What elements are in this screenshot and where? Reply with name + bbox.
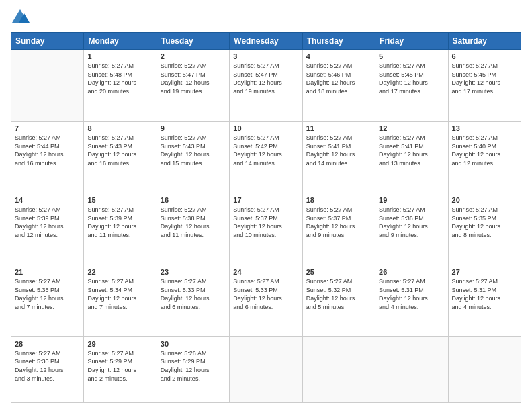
day-info: Sunrise: 5:27 AM Sunset: 5:40 PM Dayligh…	[452, 134, 517, 167]
day-info: Sunrise: 5:27 AM Sunset: 5:38 PM Dayligh…	[161, 205, 226, 239]
day-cell-13: 13Sunrise: 5:27 AM Sunset: 5:40 PM Dayli…	[448, 121, 521, 193]
day-info: Sunrise: 5:27 AM Sunset: 5:35 PM Dayligh…	[15, 277, 80, 311]
day-cell-11: 11Sunrise: 5:27 AM Sunset: 5:41 PM Dayli…	[302, 121, 375, 193]
day-number: 3	[233, 52, 298, 60]
day-cell-5: 5Sunrise: 5:27 AM Sunset: 5:45 PM Daylig…	[375, 50, 448, 122]
weekday-header-row: SundayMondayTuesdayWednesdayThursdayFrid…	[11, 33, 521, 50]
empty-cell	[302, 336, 375, 402]
day-info: Sunrise: 5:27 AM Sunset: 5:35 PM Dayligh…	[452, 205, 517, 239]
header	[11, 8, 521, 27]
weekday-wednesday: Wednesday	[230, 33, 302, 50]
day-cell-25: 25Sunrise: 5:27 AM Sunset: 5:32 PM Dayli…	[302, 265, 375, 336]
day-number: 27	[452, 268, 517, 276]
day-number: 16	[161, 196, 226, 204]
day-cell-30: 30Sunrise: 5:26 AM Sunset: 5:29 PM Dayli…	[157, 336, 229, 402]
day-info: Sunrise: 5:27 AM Sunset: 5:39 PM Dayligh…	[87, 205, 152, 239]
day-cell-12: 12Sunrise: 5:27 AM Sunset: 5:41 PM Dayli…	[375, 121, 448, 193]
day-number: 17	[233, 196, 298, 204]
day-number: 21	[15, 268, 80, 276]
day-info: Sunrise: 5:27 AM Sunset: 5:42 PM Dayligh…	[233, 134, 298, 167]
day-cell-16: 16Sunrise: 5:27 AM Sunset: 5:38 PM Dayli…	[157, 193, 229, 265]
day-number: 2	[161, 52, 226, 60]
day-info: Sunrise: 5:27 AM Sunset: 5:37 PM Dayligh…	[233, 205, 298, 239]
logo-icon	[11, 8, 30, 27]
day-cell-29: 29Sunrise: 5:27 AM Sunset: 5:29 PM Dayli…	[84, 336, 157, 402]
weekday-monday: Monday	[84, 33, 157, 50]
week-row-3: 14Sunrise: 5:27 AM Sunset: 5:39 PM Dayli…	[11, 193, 521, 265]
day-info: Sunrise: 5:27 AM Sunset: 5:29 PM Dayligh…	[87, 349, 152, 383]
day-number: 19	[379, 196, 444, 204]
week-row-2: 7Sunrise: 5:27 AM Sunset: 5:44 PM Daylig…	[11, 121, 521, 193]
day-number: 14	[15, 196, 80, 204]
empty-cell	[448, 336, 521, 402]
day-cell-27: 27Sunrise: 5:27 AM Sunset: 5:31 PM Dayli…	[448, 265, 521, 336]
day-number: 4	[306, 52, 371, 60]
day-cell-9: 9Sunrise: 5:27 AM Sunset: 5:43 PM Daylig…	[157, 121, 229, 193]
page: SundayMondayTuesdayWednesdayThursdayFrid…	[0, 0, 532, 411]
day-info: Sunrise: 5:27 AM Sunset: 5:32 PM Dayligh…	[306, 277, 371, 311]
empty-cell	[11, 50, 84, 122]
day-cell-8: 8Sunrise: 5:27 AM Sunset: 5:43 PM Daylig…	[84, 121, 157, 193]
day-number: 18	[306, 196, 371, 204]
day-info: Sunrise: 5:27 AM Sunset: 5:45 PM Dayligh…	[452, 62, 517, 95]
day-info: Sunrise: 5:27 AM Sunset: 5:31 PM Dayligh…	[452, 277, 517, 311]
day-number: 15	[87, 196, 152, 204]
day-info: Sunrise: 5:27 AM Sunset: 5:31 PM Dayligh…	[379, 277, 444, 311]
day-info: Sunrise: 5:27 AM Sunset: 5:41 PM Dayligh…	[306, 134, 371, 167]
day-cell-4: 4Sunrise: 5:27 AM Sunset: 5:46 PM Daylig…	[302, 50, 375, 122]
week-row-5: 28Sunrise: 5:27 AM Sunset: 5:30 PM Dayli…	[11, 336, 521, 402]
day-info: Sunrise: 5:27 AM Sunset: 5:37 PM Dayligh…	[306, 205, 371, 239]
day-info: Sunrise: 5:27 AM Sunset: 5:33 PM Dayligh…	[161, 277, 226, 311]
weekday-saturday: Saturday	[448, 33, 521, 50]
day-number: 25	[306, 268, 371, 276]
week-row-4: 21Sunrise: 5:27 AM Sunset: 5:35 PM Dayli…	[11, 265, 521, 336]
day-cell-24: 24Sunrise: 5:27 AM Sunset: 5:33 PM Dayli…	[230, 265, 302, 336]
day-number: 7	[15, 124, 80, 132]
day-info: Sunrise: 5:27 AM Sunset: 5:39 PM Dayligh…	[15, 205, 80, 239]
day-cell-3: 3Sunrise: 5:27 AM Sunset: 5:47 PM Daylig…	[230, 50, 302, 122]
day-info: Sunrise: 5:27 AM Sunset: 5:34 PM Dayligh…	[87, 277, 152, 311]
day-cell-15: 15Sunrise: 5:27 AM Sunset: 5:39 PM Dayli…	[84, 193, 157, 265]
day-number: 9	[161, 124, 226, 132]
empty-cell	[375, 336, 448, 402]
day-cell-14: 14Sunrise: 5:27 AM Sunset: 5:39 PM Dayli…	[11, 193, 84, 265]
day-info: Sunrise: 5:27 AM Sunset: 5:47 PM Dayligh…	[233, 62, 298, 95]
day-info: Sunrise: 5:27 AM Sunset: 5:46 PM Dayligh…	[306, 62, 371, 95]
day-cell-26: 26Sunrise: 5:27 AM Sunset: 5:31 PM Dayli…	[375, 265, 448, 336]
day-number: 26	[379, 268, 444, 276]
day-cell-18: 18Sunrise: 5:27 AM Sunset: 5:37 PM Dayli…	[302, 193, 375, 265]
day-info: Sunrise: 5:27 AM Sunset: 5:45 PM Dayligh…	[379, 62, 444, 95]
day-cell-7: 7Sunrise: 5:27 AM Sunset: 5:44 PM Daylig…	[11, 121, 84, 193]
day-number: 23	[161, 268, 226, 276]
day-cell-6: 6Sunrise: 5:27 AM Sunset: 5:45 PM Daylig…	[448, 50, 521, 122]
day-info: Sunrise: 5:27 AM Sunset: 5:43 PM Dayligh…	[161, 134, 226, 167]
day-info: Sunrise: 5:27 AM Sunset: 5:44 PM Dayligh…	[15, 134, 80, 167]
day-info: Sunrise: 5:27 AM Sunset: 5:41 PM Dayligh…	[379, 134, 444, 167]
day-info: Sunrise: 5:26 AM Sunset: 5:29 PM Dayligh…	[161, 349, 226, 383]
day-cell-17: 17Sunrise: 5:27 AM Sunset: 5:37 PM Dayli…	[230, 193, 302, 265]
day-number: 29	[87, 340, 152, 348]
day-number: 13	[452, 124, 517, 132]
day-info: Sunrise: 5:27 AM Sunset: 5:47 PM Dayligh…	[161, 62, 226, 95]
day-cell-20: 20Sunrise: 5:27 AM Sunset: 5:35 PM Dayli…	[448, 193, 521, 265]
day-cell-10: 10Sunrise: 5:27 AM Sunset: 5:42 PM Dayli…	[230, 121, 302, 193]
empty-cell	[230, 336, 302, 402]
weekday-tuesday: Tuesday	[157, 33, 229, 50]
day-info: Sunrise: 5:27 AM Sunset: 5:43 PM Dayligh…	[87, 134, 152, 167]
weekday-thursday: Thursday	[302, 33, 375, 50]
day-number: 1	[87, 52, 152, 60]
day-cell-23: 23Sunrise: 5:27 AM Sunset: 5:33 PM Dayli…	[157, 265, 229, 336]
day-number: 24	[233, 268, 298, 276]
day-number: 5	[379, 52, 444, 60]
day-cell-28: 28Sunrise: 5:27 AM Sunset: 5:30 PM Dayli…	[11, 336, 84, 402]
day-cell-1: 1Sunrise: 5:27 AM Sunset: 5:48 PM Daylig…	[84, 50, 157, 122]
day-cell-2: 2Sunrise: 5:27 AM Sunset: 5:47 PM Daylig…	[157, 50, 229, 122]
day-number: 28	[15, 340, 80, 348]
day-number: 30	[161, 340, 226, 348]
day-number: 20	[452, 196, 517, 204]
day-info: Sunrise: 5:27 AM Sunset: 5:48 PM Dayligh…	[87, 62, 152, 95]
day-number: 12	[379, 124, 444, 132]
day-number: 8	[87, 124, 152, 132]
weekday-sunday: Sunday	[11, 33, 84, 50]
day-cell-19: 19Sunrise: 5:27 AM Sunset: 5:36 PM Dayli…	[375, 193, 448, 265]
